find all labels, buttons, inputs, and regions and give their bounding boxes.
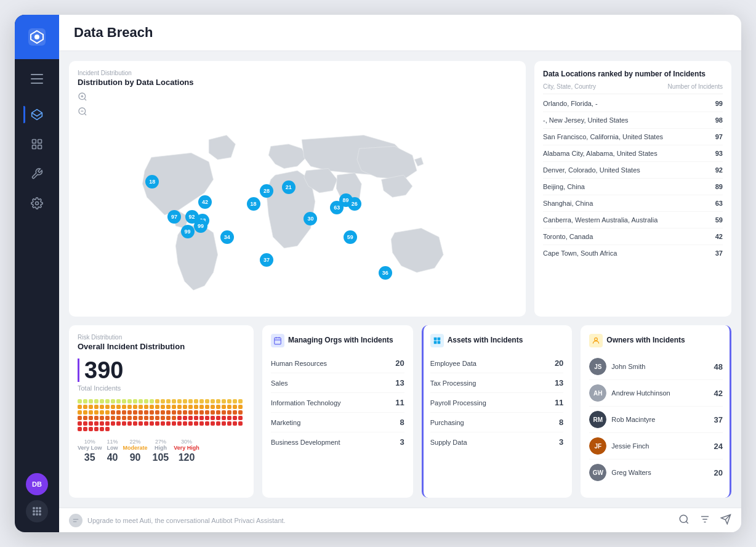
owner-item: JF Jessie Finch 24 — [589, 433, 723, 460]
main-content: Data Breach Incident Distribution Distri… — [59, 15, 741, 532]
calendar-icon — [271, 334, 284, 347]
bottom-icons — [678, 514, 731, 527]
svg-rect-4 — [31, 83, 43, 84]
bottom-row: Risk Distribution Overall Incident Distr… — [69, 325, 731, 498]
owner-item: JS John Smith 48 — [589, 354, 723, 380]
avatar: JF — [589, 437, 606, 455]
owner-count: 48 — [714, 362, 723, 371]
risk-low: 11% Low 40 — [107, 439, 118, 463]
svg-rect-8 — [38, 145, 42, 149]
send-icon[interactable] — [720, 514, 731, 527]
map-pin[interactable]: 36 — [379, 266, 392, 280]
svg-point-35 — [70, 514, 81, 525]
bottom-bar: Upgrade to meet Auti, the conversational… — [59, 508, 741, 532]
list-item: Sales13 — [271, 373, 404, 393]
list-item: Information Technology11 — [271, 393, 404, 413]
col-location: City, State, Country — [543, 83, 596, 90]
avatar: RM — [589, 411, 606, 428]
svg-line-37 — [686, 521, 688, 523]
orgs-header: Managing Orgs with Incidents — [271, 334, 404, 347]
total-incidents-number: 390 — [78, 359, 123, 382]
map-pin[interactable]: 18 — [247, 197, 260, 211]
risk-subtitle: Risk Distribution — [78, 334, 245, 341]
owner-name: Greg Walters — [611, 469, 709, 476]
risk-high: 27% High 105 — [153, 439, 169, 463]
user-avatar[interactable]: DB — [26, 473, 48, 495]
assets-title: Assets with Incidents — [448, 336, 523, 346]
page-header: Data Breach — [59, 15, 741, 51]
svg-point-10 — [33, 507, 35, 509]
assets-card: Assets with Incidents Employee Data20 Ta… — [422, 325, 573, 498]
total-incidents-label: Total Incidents — [78, 384, 245, 392]
rankings-card: Data Locations ranked by number of Incid… — [534, 61, 731, 317]
world-map[interactable]: 18 42 97 92 93 99 99 28 18 21 34 37 — [78, 122, 517, 308]
map-pin[interactable]: 99 — [194, 219, 207, 233]
map-card: Incident Distribution Distribution by Da… — [69, 61, 526, 317]
svg-point-16 — [33, 513, 35, 516]
svg-rect-3 — [31, 78, 43, 79]
sidebar-item-dashboard[interactable] — [23, 131, 50, 158]
svg-point-18 — [39, 513, 41, 516]
map-pin[interactable]: 63 — [330, 201, 344, 214]
svg-line-24 — [84, 113, 86, 115]
sidebar-item-tools[interactable] — [23, 160, 50, 187]
list-item: Payroll Processing11 — [430, 393, 564, 413]
svg-rect-7 — [33, 145, 36, 149]
svg-point-9 — [36, 202, 39, 205]
list-item: Orlando, Florida, -99 — [543, 95, 723, 112]
page-title: Data Breach — [74, 25, 726, 41]
owners-card: Owners with Incidents JS John Smith 48 A… — [581, 325, 731, 498]
svg-rect-33 — [437, 341, 440, 344]
map-controls — [78, 92, 517, 120]
map-pin[interactable]: 42 — [198, 195, 212, 209]
apps-icon[interactable] — [26, 500, 48, 522]
svg-rect-32 — [433, 341, 436, 344]
list-item: Cape Town, South Africa37 — [543, 245, 723, 261]
risk-title: Overall Incident Distribution — [78, 342, 245, 351]
map-pin[interactable]: 34 — [220, 230, 234, 244]
list-item: Denver, Colorado, United States92 — [543, 162, 723, 179]
chat-bubble[interactable]: Upgrade to meet Auti, the conversational… — [69, 514, 671, 527]
filter-icon[interactable] — [699, 514, 710, 527]
avatar: JS — [589, 358, 606, 375]
map-pin[interactable]: 21 — [282, 180, 296, 194]
svg-point-12 — [39, 507, 41, 509]
map-pin[interactable]: 30 — [304, 212, 317, 225]
owners-list: JS John Smith 48 AH Andrew Hutchinson 42… — [589, 354, 723, 489]
grid-icon — [430, 334, 444, 347]
svg-point-11 — [36, 507, 38, 509]
map-pin[interactable]: 18 — [145, 175, 159, 188]
owner-name: Rob Macintyre — [611, 416, 709, 423]
menu-icon[interactable] — [26, 69, 48, 91]
zoom-out-icon[interactable] — [78, 107, 517, 120]
map-pin[interactable]: 59 — [344, 230, 357, 244]
svg-point-17 — [36, 513, 38, 516]
owners-title: Owners with Incidents — [606, 336, 685, 346]
list-item: Employee Data20 — [430, 354, 564, 373]
list-item: Purchasing8 — [430, 413, 564, 432]
list-item: Supply Data3 — [430, 432, 564, 452]
list-item: Business Development3 — [271, 432, 404, 452]
rankings-list: Orlando, Florida, -99 -, New Jersey, Uni… — [543, 95, 723, 308]
map-pin[interactable]: 26 — [348, 197, 361, 211]
map-pin[interactable]: 28 — [260, 184, 273, 198]
sidebar-item-layers[interactable] — [23, 101, 50, 128]
map-pin[interactable]: 97 — [167, 210, 181, 224]
zoom-in-icon[interactable] — [78, 92, 517, 105]
owner-count: 42 — [714, 389, 723, 398]
avatar: GW — [589, 464, 606, 481]
risk-legend: 10% Very Low 35 11% Low 40 22% Moderate — [78, 439, 245, 463]
search-icon[interactable] — [678, 514, 690, 527]
list-item: Marketing8 — [271, 413, 404, 432]
top-row: Incident Distribution Distribution by Da… — [69, 61, 731, 317]
map-title: Distribution by Data Locations — [78, 78, 517, 87]
sidebar-bottom: DB — [26, 473, 48, 532]
sidebar-item-settings[interactable] — [23, 190, 50, 217]
list-item: San Francisco, California, United States… — [543, 129, 723, 145]
map-pin[interactable]: 37 — [260, 253, 273, 267]
owner-item: RM Rob Macintyre 37 — [589, 407, 723, 433]
map-pin[interactable]: 99 — [181, 225, 195, 238]
map-subtitle: Incident Distribution — [78, 70, 517, 76]
content-area: Incident Distribution Distribution by Da… — [59, 51, 741, 508]
svg-rect-5 — [33, 140, 36, 144]
